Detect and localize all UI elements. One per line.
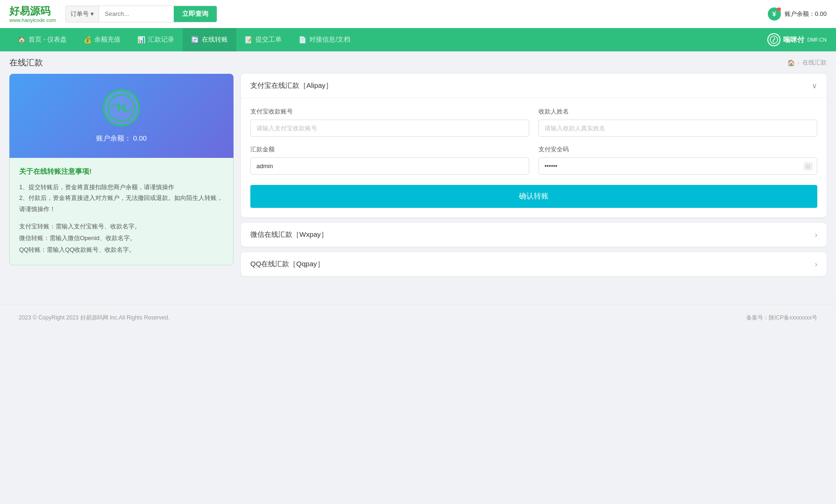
- wechat-title: 微信在线汇款［Wxpay］: [250, 230, 328, 239]
- notice-title: 关于在线转账注意事项!: [19, 167, 224, 176]
- alipay-title: 支付宝在线汇款［Alipay］: [250, 81, 333, 90]
- wechat-expand-icon: ›: [815, 231, 817, 239]
- alipay-header[interactable]: 支付宝在线汇款［Alipay］ ∨: [241, 74, 827, 98]
- logo: 好易源码 www.haoyicode.com: [9, 5, 56, 23]
- nav-label-ticket: 提交工单: [255, 35, 282, 44]
- nav-item-transfer[interactable]: 🔄 在线转账: [183, 28, 236, 51]
- alipay-row-1: 支付宝收款账号 收款人姓名: [250, 107, 817, 137]
- header-right: ¥ 账户余额：0.00: [768, 7, 827, 21]
- search-type-select[interactable]: 订单号 ▾: [66, 6, 99, 22]
- qq-section: QQ在线汇款［Qqpay］ ›: [241, 252, 827, 276]
- home-icon: 🏠: [18, 36, 26, 43]
- breadcrumb: 🏠 › 在线汇款: [787, 58, 827, 67]
- footer: 2023 © CopyRight 2023 好易源码网 Inc.All Righ…: [0, 304, 836, 331]
- footer-icp: 备案号：陕ICP备xxxxxxxx号: [746, 314, 817, 322]
- balance-display: 账户余额：0.00: [785, 10, 827, 18]
- security-code-wrap: □: [538, 157, 817, 175]
- transfer-icon: 🔄: [191, 36, 199, 43]
- toggle-password-button[interactable]: □: [804, 162, 813, 170]
- nav-label-dashboard: 首页 - 仪表盘: [28, 35, 67, 44]
- docs-icon: 📄: [298, 36, 306, 43]
- ticket-icon: 📝: [245, 36, 253, 43]
- nav-item-recharge[interactable]: 💰 余额充值: [75, 28, 129, 51]
- search-type-label: 订单号: [71, 10, 89, 18]
- main-content: H 账户余额： 0.00 关于在线转账注意事项! 1、提交转账后，资金将直接扣除…: [0, 74, 836, 285]
- breadcrumb-current: 在线汇款: [802, 58, 827, 67]
- breadcrumb-separator: ›: [798, 59, 800, 66]
- tip-alipay: 支付宝转账：需输入支付宝账号、收款名字。: [19, 221, 224, 233]
- nav-brand: 嗡咪付 DMF.CN: [767, 33, 827, 46]
- notice-item-1: 1、提交转账后，资金将直接扣除您商户余额，请谨慎操作: [19, 182, 224, 192]
- records-icon: 📊: [137, 36, 145, 43]
- logo-text: 好易源码: [9, 5, 50, 17]
- qq-header[interactable]: QQ在线汇款［Qqpay］ ›: [241, 252, 827, 276]
- nav-label-transfer: 在线转账: [202, 35, 228, 44]
- recipient-name-input[interactable]: [538, 120, 817, 137]
- alipay-form-body: 支付宝收款账号 收款人姓名 汇款金额 支付安全码: [241, 98, 827, 217]
- brand-name: 嗡咪付: [783, 35, 804, 44]
- alipay-section: 支付宝在线汇款［Alipay］ ∨ 支付宝收款账号 收款人姓名 汇款: [241, 74, 827, 217]
- nav-item-dashboard[interactable]: 🏠 首页 - 仪表盘: [9, 28, 75, 51]
- chevron-down-icon: ▾: [91, 10, 94, 17]
- header-left: 好易源码 www.haoyicode.com 订单号 ▾ 立即查询: [9, 5, 217, 23]
- page-title: 在线汇款: [9, 57, 43, 68]
- breadcrumb-bar: 在线汇款 🏠 › 在线汇款: [0, 51, 836, 74]
- amount-label: 汇款金额: [250, 145, 529, 154]
- nav-item-docs[interactable]: 📄 对接信息/文档: [290, 28, 359, 51]
- security-code-label: 支付安全码: [538, 145, 817, 154]
- nav-item-ticket[interactable]: 📝 提交工单: [236, 28, 290, 51]
- brand-sub: DMF.CN: [807, 37, 827, 43]
- alipay-account-group: 支付宝收款账号: [250, 107, 529, 137]
- home-breadcrumb-icon: 🏠: [787, 59, 795, 66]
- notice-item-2: 2、付款后，资金将直接进入对方账户，无法撤回或退款。如向陌生人转账，请谨慎操作！: [19, 192, 224, 214]
- notice-tips: 支付宝转账：需输入支付宝账号、收款名字。 微信转账：需输入微信Openid、收款…: [19, 221, 224, 256]
- recipient-name-group: 收款人姓名: [538, 107, 817, 137]
- alipay-account-label: 支付宝收款账号: [250, 107, 529, 116]
- amount-group: 汇款金额: [250, 145, 529, 175]
- nav-label-recharge: 余额充值: [94, 35, 120, 44]
- tip-wechat: 微信转账：需输入微信Openid、收款名字。: [19, 233, 224, 244]
- notice-card: 关于在线转账注意事项! 1、提交转账后，资金将直接扣除您商户余额，请谨慎操作 2…: [9, 158, 234, 265]
- recipient-name-label: 收款人姓名: [538, 107, 817, 116]
- recharge-icon: 💰: [84, 36, 92, 43]
- qq-title: QQ在线汇款［Qqpay］: [250, 260, 324, 269]
- search-button[interactable]: 立即查询: [174, 6, 217, 22]
- account-balance: 账户余额： 0.00: [96, 134, 147, 143]
- notification-dot: [777, 7, 781, 11]
- wechat-section: 微信在线汇款［Wxpay］ ›: [241, 223, 827, 247]
- account-card: H 账户余额： 0.00: [9, 74, 234, 158]
- tip-qq: QQ转账：需输入QQ收款账号、收款名字。: [19, 244, 224, 256]
- logo-sub: www.haoyicode.com: [9, 17, 56, 23]
- qq-expand-icon: ›: [815, 260, 817, 269]
- amount-input[interactable]: [250, 157, 529, 175]
- brand-icon: [767, 33, 780, 46]
- nav-item-records[interactable]: 📊 汇款记录: [129, 28, 183, 51]
- confirm-transfer-button[interactable]: 确认转账: [250, 185, 817, 208]
- search-bar: 订单号 ▾ 立即查询: [65, 6, 217, 22]
- wechat-header[interactable]: 微信在线汇款［Wxpay］ ›: [241, 223, 827, 247]
- right-panel: 支付宝在线汇款［Alipay］ ∨ 支付宝收款账号 收款人姓名 汇款: [241, 74, 827, 276]
- main-nav: 🏠 首页 - 仪表盘 💰 余额充值 📊 汇款记录 🔄 在线转账 📝 提交工单 📄…: [0, 28, 836, 51]
- alipay-account-input[interactable]: [250, 120, 529, 137]
- alipay-collapse-icon: ∨: [812, 81, 817, 90]
- alipay-row-2: 汇款金额 支付安全码 □: [250, 145, 817, 175]
- nav-left: 🏠 首页 - 仪表盘 💰 余额充值 📊 汇款记录 🔄 在线转账 📝 提交工单 📄…: [9, 28, 359, 51]
- search-input[interactable]: [99, 6, 174, 22]
- footer-copyright: 2023 © CopyRight 2023 好易源码网 Inc.All Righ…: [19, 314, 170, 322]
- security-code-group: 支付安全码 □: [538, 145, 817, 175]
- nav-label-docs: 对接信息/文档: [309, 35, 350, 44]
- account-logo-circle: H: [103, 89, 140, 127]
- balance-icon: ¥: [768, 7, 781, 21]
- nav-label-records: 汇款记录: [148, 35, 174, 44]
- header: 好易源码 www.haoyicode.com 订单号 ▾ 立即查询 ¥ 账户余额…: [0, 0, 836, 28]
- security-code-input[interactable]: [538, 157, 817, 175]
- left-panel: H 账户余额： 0.00 关于在线转账注意事项! 1、提交转账后，资金将直接扣除…: [9, 74, 234, 265]
